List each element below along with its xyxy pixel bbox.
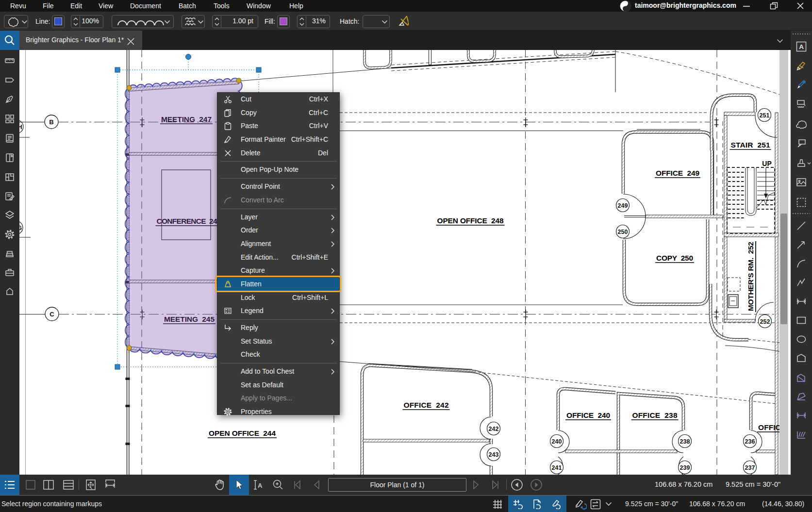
- svg-text:COPY 250: COPY 250: [656, 254, 693, 262]
- svg-text:B: B: [49, 118, 53, 126]
- svg-text:OFFICE 238: OFFICE 238: [632, 411, 678, 419]
- svg-text:237: 237: [745, 464, 755, 471]
- svg-text:OPEN OFFICE 248: OPEN OFFICE 248: [437, 216, 504, 225]
- svg-text:240: 240: [552, 438, 562, 445]
- svg-text:252: 252: [760, 318, 770, 325]
- svg-text:241: 241: [552, 464, 562, 471]
- svg-text:OFFICE 240: OFFICE 240: [566, 411, 610, 419]
- svg-text:A: A: [258, 482, 263, 489]
- svg-text:OPEN OFFICE 244: OPEN OFFICE 244: [209, 429, 276, 437]
- svg-text:OFFICE 242: OFFICE 242: [404, 401, 449, 409]
- svg-text:243: 243: [489, 451, 499, 458]
- svg-text:G: G: [19, 224, 22, 231]
- svg-text:A: A: [799, 43, 804, 50]
- svg-text:239: 239: [680, 464, 690, 471]
- svg-text:UP: UP: [762, 160, 771, 167]
- svg-text:C: C: [50, 311, 54, 318]
- svg-text:MOTHER'S RM. 252: MOTHER'S RM. 252: [746, 242, 755, 311]
- svg-text:250: 250: [618, 229, 628, 235]
- svg-text:OFFICE 249: OFFICE 249: [656, 169, 699, 177]
- svg-text:242: 242: [489, 426, 499, 432]
- svg-text:251: 251: [760, 112, 770, 119]
- svg-text:236: 236: [745, 438, 755, 445]
- svg-text:OFFICE 236: OFFICE 236: [758, 423, 779, 431]
- svg-text:249: 249: [618, 202, 628, 209]
- svg-text:STAIR 251: STAIR 251: [731, 141, 770, 149]
- svg-text:H: H: [19, 123, 22, 131]
- svg-text:238: 238: [680, 438, 690, 445]
